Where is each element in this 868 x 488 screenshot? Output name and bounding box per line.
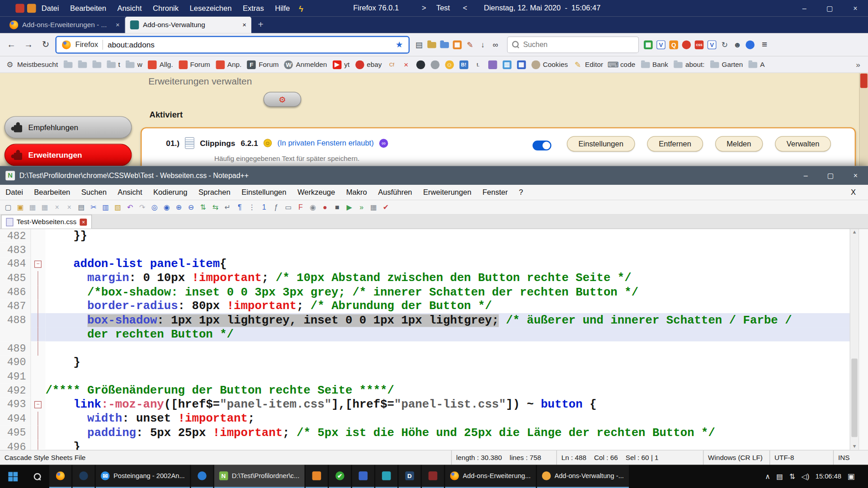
taskbar-globe-launcher[interactable]: [72, 465, 94, 488]
close-icon[interactable]: ×: [52, 202, 62, 212]
save-icon[interactable]: ▦: [28, 202, 38, 212]
firefox-menu-chronik[interactable]: Chronik: [153, 4, 179, 12]
maximize-button[interactable]: ▢: [818, 166, 843, 185]
bookmark-code[interactable]: ⌨code: [609, 60, 635, 69]
menu-icon[interactable]: ≡: [762, 39, 767, 50]
bookmark-icon-21[interactable]: [488, 60, 497, 69]
reload-button[interactable]: ↻: [38, 37, 54, 53]
open-icon[interactable]: ▣: [15, 202, 25, 212]
npp-menu-makro[interactable]: Makro: [346, 188, 367, 196]
link-icon[interactable]: ∞: [491, 40, 500, 49]
bookmark-editor[interactable]: ✎Editor: [573, 60, 603, 69]
run-multiple-icon[interactable]: »: [357, 202, 367, 212]
bookmark-star-icon[interactable]: ★: [396, 40, 403, 50]
forward-button[interactable]: →: [20, 37, 37, 53]
notification-center-icon[interactable]: ▣: [847, 472, 854, 481]
bookmark-t[interactable]: t: [107, 61, 120, 68]
pen-icon[interactable]: ✎: [466, 40, 475, 49]
scroll-down-icon[interactable]: ▼: [850, 444, 859, 449]
folder-blue-icon[interactable]: [440, 42, 449, 48]
sync-globe-icon[interactable]: ↻: [720, 40, 729, 49]
firefox-titlebar[interactable]: DateiBearbeitenAnsichtChronikLesezeichen…: [0, 0, 868, 17]
npp-menu-datei[interactable]: Datei: [5, 188, 23, 196]
npp-menu-sprachen[interactable]: Sprachen: [198, 188, 231, 196]
tab-close-icon[interactable]: ×: [116, 21, 120, 29]
addon-enable-toggle[interactable]: [533, 141, 552, 150]
taskbar-orange-app[interactable]: [306, 465, 328, 488]
sync-vertical-icon[interactable]: ⇅: [198, 202, 208, 212]
firefox-menu-ansicht[interactable]: Ansicht: [117, 4, 142, 12]
paste-icon[interactable]: ▧: [113, 202, 123, 212]
npp-menu-ausf-hren[interactable]: Ausführen: [378, 188, 412, 196]
taskbar-search-button[interactable]: [25, 465, 48, 488]
play-macro-icon[interactable]: ▶: [344, 202, 354, 212]
css-extension-icon[interactable]: css: [695, 40, 704, 49]
code-line[interactable]: 483: [0, 243, 868, 257]
taskbar-blue-app[interactable]: [191, 465, 213, 488]
taskbar-green-check-app[interactable]: ✔: [329, 465, 351, 488]
firefox-menu-bearbeiten[interactable]: Bearbeiten: [70, 4, 106, 12]
fold-collapse-icon[interactable]: −: [34, 401, 42, 408]
zoom-in-icon[interactable]: ⊕: [174, 202, 184, 212]
bookmark-icon-19[interactable]: B!: [459, 60, 468, 69]
firefox-menu-hilfe[interactable]: Hilfe: [275, 4, 290, 12]
monitoring-icon[interactable]: F: [296, 202, 306, 212]
scroll-up-icon[interactable]: ▲: [850, 230, 859, 235]
entfernen-button[interactable]: Entfernen: [647, 136, 703, 151]
status-cursor-position[interactable]: Ln : 488 Col : 66 Sel : 60 | 1: [557, 450, 703, 465]
code-line[interactable]: 488 box-shadow: 1px 1px lightgrey, inset…: [0, 313, 868, 327]
minimize-button[interactable]: –: [793, 166, 818, 185]
sidebar-item-empfehlungen[interactable]: Empfehlungen: [5, 116, 132, 138]
bookmark-allg[interactable]: Allg.: [148, 60, 173, 69]
editor-scrollbar-thumb[interactable]: [851, 358, 857, 437]
v2-extension-icon[interactable]: V: [708, 40, 717, 49]
indent-guide-icon[interactable]: ⋮: [247, 202, 257, 212]
bookmark-icon-3[interactable]: [78, 61, 87, 68]
close-button[interactable]: ×: [843, 166, 868, 185]
sidebar-icon[interactable]: ▤: [415, 40, 424, 49]
bookmark-icon-16[interactable]: [416, 60, 425, 69]
taskbar-thunderbird-window[interactable]: ✉Posteingang - 2002An...: [96, 465, 190, 488]
profile-icon[interactable]: ☻: [733, 40, 742, 49]
firefox-menu-datei[interactable]: Datei: [42, 4, 59, 12]
code-line[interactable]: 489: [0, 342, 868, 356]
red-extension-icon[interactable]: [682, 40, 691, 49]
bookmark-icon-4[interactable]: [92, 61, 101, 68]
bookmark-icon-20[interactable]: t.: [474, 60, 483, 69]
show-all-chars-icon[interactable]: ¶: [235, 202, 245, 212]
bookmark-garten[interactable]: Garten: [710, 61, 743, 68]
tray-volume-icon[interactable]: ◁): [802, 472, 810, 480]
redo-icon[interactable]: ↷: [137, 202, 147, 212]
npp-menu-item[interactable]: ?: [519, 188, 523, 196]
code-line[interactable]: 487 border-radius: 80px !important; /* A…: [0, 299, 868, 313]
function-list-icon[interactable]: ƒ: [271, 202, 281, 212]
new-tab-button[interactable]: +: [258, 19, 264, 30]
page-scrollbar-thumb[interactable]: [860, 74, 868, 88]
bookmark-icon-14[interactable]: Cf: [387, 60, 396, 69]
taskbar-firefox-window[interactable]: Add-ons-Erweiterung...: [445, 465, 535, 488]
einstellungen-button[interactable]: Einstellungen: [567, 136, 635, 151]
doc-map-icon[interactable]: ▭: [283, 202, 293, 212]
tray-monitor-icon[interactable]: ▤: [776, 472, 783, 480]
npp-menu-fenster[interactable]: Fenster: [482, 188, 508, 196]
bookmark-anp[interactable]: Anp.: [216, 60, 241, 69]
code-line[interactable]: der rechten Button */: [0, 328, 868, 342]
bookmark-meistbesucht[interactable]: ⚙Meistbesucht: [5, 60, 58, 69]
bookmark-icon-17[interactable]: [430, 60, 439, 69]
zoom-out-icon[interactable]: ⊖: [186, 202, 196, 212]
save-macro-icon[interactable]: ▦: [369, 202, 379, 212]
taskbar-firefox-launcher[interactable]: [49, 465, 71, 488]
npp-menu-kodierung[interactable]: Kodierung: [153, 188, 187, 196]
q-extension-icon[interactable]: Q: [669, 40, 678, 49]
undo-icon[interactable]: ↶: [125, 202, 135, 212]
bookmark-icon-23[interactable]: ▦: [517, 60, 526, 69]
bookmark-cookies[interactable]: Cookies: [531, 60, 568, 69]
stop-macro-icon[interactable]: ■: [332, 202, 342, 212]
bookmark-icon-15[interactable]: ×: [402, 60, 411, 69]
bookmark-w[interactable]: w: [126, 61, 142, 68]
fold-collapse-icon[interactable]: −: [34, 260, 42, 267]
back-button[interactable]: ←: [3, 37, 19, 53]
search-bar[interactable]: Suchen: [507, 36, 639, 53]
verwalten-button[interactable]: Verwalten: [775, 136, 831, 151]
code-line[interactable]: 494 width: unset !important;: [0, 412, 868, 426]
